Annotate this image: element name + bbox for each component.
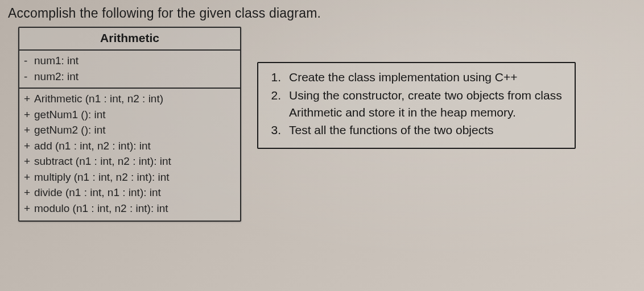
task-text: Create the class implementation using C+… — [289, 69, 567, 86]
uml-class-diagram: Arithmetic - num1: int - num2: int + Ari… — [18, 27, 241, 222]
method-signature: getNum2 (): int — [34, 122, 106, 138]
method-signature: subtract (n1 : int, n2 : int): int — [34, 153, 171, 169]
visibility-marker: + — [24, 169, 31, 185]
uml-methods-section: + Arithmetic (n1 : int, n2 : int) + getN… — [19, 89, 240, 221]
page-container: Accomplish the following for the given c… — [0, 0, 644, 227]
method-signature: modulo (n1 : int, n2 : int): int — [34, 201, 168, 217]
method-signature: multiply (n1 : int, n2 : int): int — [34, 169, 170, 185]
attribute-signature: num1: int — [34, 53, 79, 69]
uml-method: + getNum2 (): int — [24, 122, 236, 138]
visibility-marker: + — [24, 201, 31, 217]
content-row: Arithmetic - num1: int - num2: int + Ari… — [8, 27, 636, 222]
task-item: Test all the functions of the two object… — [266, 122, 567, 139]
task-item: Using the constructor, create two object… — [266, 87, 567, 121]
uml-attribute: - num2: int — [24, 69, 236, 85]
visibility-marker: - — [24, 69, 31, 85]
task-text: Test all the functions of the two object… — [289, 122, 567, 139]
visibility-marker: + — [24, 107, 31, 123]
method-signature: Arithmetic (n1 : int, n2 : int) — [34, 91, 163, 107]
uml-method: + getNum1 (): int — [24, 107, 236, 123]
method-signature: add (n1 : int, n2 : int): int — [34, 138, 151, 154]
task-text: Using the constructor, create two object… — [289, 87, 567, 121]
tasks-list: Create the class implementation using C+… — [266, 69, 567, 139]
uml-method: + divide (n1 : int, n1 : int): int — [24, 185, 236, 201]
method-signature: getNum1 (): int — [34, 107, 106, 123]
page-heading: Accomplish the following for the given c… — [8, 6, 636, 21]
visibility-marker: + — [24, 185, 31, 201]
task-item: Create the class implementation using C+… — [266, 69, 567, 86]
uml-attributes-section: - num1: int - num2: int — [19, 51, 240, 89]
uml-method: + modulo (n1 : int, n2 : int): int — [24, 201, 236, 217]
visibility-marker: + — [24, 153, 31, 169]
attribute-signature: num2: int — [34, 69, 79, 85]
method-signature: divide (n1 : int, n1 : int): int — [34, 185, 161, 201]
uml-class-name: Arithmetic — [19, 28, 240, 51]
uml-method: + add (n1 : int, n2 : int): int — [24, 138, 236, 154]
visibility-marker: - — [24, 53, 31, 69]
visibility-marker: + — [24, 91, 31, 107]
visibility-marker: + — [24, 122, 31, 138]
visibility-marker: + — [24, 138, 31, 154]
tasks-box: Create the class implementation using C+… — [257, 62, 576, 149]
uml-method: + subtract (n1 : int, n2 : int): int — [24, 153, 236, 169]
uml-attribute: - num1: int — [24, 53, 236, 69]
uml-method: + Arithmetic (n1 : int, n2 : int) — [24, 91, 236, 107]
uml-method: + multiply (n1 : int, n2 : int): int — [24, 169, 236, 185]
